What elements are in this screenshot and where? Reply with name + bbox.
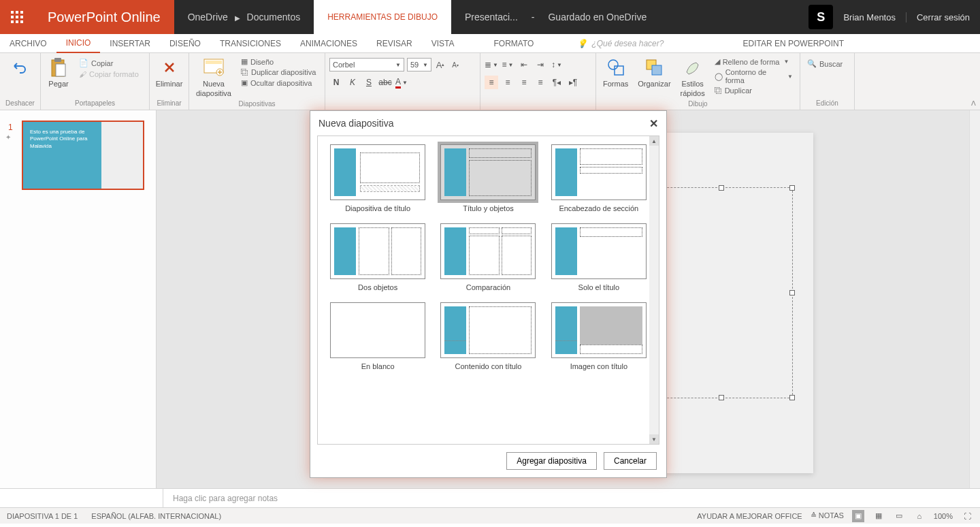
resize-handle[interactable] <box>789 395 795 400</box>
collapse-ribbon-button[interactable]: ᐱ <box>971 99 976 107</box>
undo-label: Deshacer <box>4 98 36 108</box>
grow-font-button[interactable]: A▴ <box>434 59 446 71</box>
skype-icon[interactable]: S <box>808 5 833 29</box>
tab-formato[interactable]: FORMATO <box>484 34 543 53</box>
tab-inicio[interactable]: INICIO <box>56 34 101 53</box>
edit-in-powerpoint-link[interactable]: EDITAR EN POWERPOINT <box>743 39 844 48</box>
statusbar: DIAPOSITIVA 1 DE 1 ESPAÑOL (ALFAB. INTER… <box>0 507 980 524</box>
shapes-button[interactable]: Formas <box>600 55 631 99</box>
layout-blank[interactable]: En blanco <box>326 302 429 370</box>
tell-me-search[interactable]: 💡 ¿Qué desea hacer? <box>577 39 664 48</box>
layout-title-only[interactable]: Solo el título <box>547 223 651 291</box>
tab-vista[interactable]: VISTA <box>422 34 464 53</box>
resize-handle[interactable] <box>719 185 724 191</box>
font-color-button[interactable]: A▼ <box>395 76 408 89</box>
layout-comparison[interactable]: Comparación <box>436 223 540 291</box>
justify-button[interactable]: ≡ <box>534 76 547 89</box>
delete-button[interactable]: Eliminar <box>154 55 184 89</box>
align-left-button[interactable]: ≡ <box>485 76 498 89</box>
ltr-button[interactable]: ▸¶ <box>566 76 580 89</box>
strikethrough-button[interactable]: abc <box>378 76 392 89</box>
copy-button[interactable]: 📄Copiar <box>76 58 142 68</box>
layout-title-content[interactable]: Título y objetos <box>436 144 540 212</box>
undo-button[interactable] <box>4 55 36 80</box>
align-right-button[interactable]: ≡ <box>517 76 531 89</box>
hide-slide-button[interactable]: ▣Ocultar diapositiva <box>238 78 318 88</box>
quick-styles-button[interactable]: Estilosrápidos <box>678 55 708 99</box>
normal-view-button[interactable]: ▣ <box>852 510 864 522</box>
font-size-select[interactable]: 59▼ <box>407 58 431 71</box>
signout-link[interactable]: Cerrar sesión <box>906 12 970 22</box>
duplicate-button[interactable]: ⿻Duplicar <box>712 86 796 95</box>
new-slide-button[interactable]: Nueva diapositiva <box>193 55 234 99</box>
slide-thumbnails-panel[interactable]: 1 ✦ Esto es una prueba de PowerPoint Onl… <box>0 110 157 488</box>
fit-to-window-button[interactable]: ⛶ <box>961 510 973 522</box>
decrease-indent-button[interactable]: ⇤ <box>517 58 531 71</box>
close-button[interactable]: ✕ <box>649 117 658 130</box>
shape-outline-button[interactable]: ◯Contorno de forma▼ <box>712 67 796 85</box>
scroll-up-icon[interactable]: ▲ <box>649 136 659 146</box>
align-center-button[interactable]: ≡ <box>501 76 514 89</box>
rtl-button[interactable]: ¶◂ <box>550 76 564 89</box>
resize-handle[interactable] <box>789 290 795 296</box>
layout-content-caption[interactable]: Contenido con título <box>436 302 540 370</box>
increase-indent-button[interactable]: ⇥ <box>534 58 547 71</box>
tab-transiciones[interactable]: TRANSICIONES <box>210 34 291 53</box>
bullets-button[interactable]: ≣▼ <box>485 58 498 71</box>
user-name[interactable]: Brian Mentos <box>843 12 896 22</box>
layout-title-slide[interactable]: Diapositiva de título <box>326 144 429 212</box>
add-slide-button[interactable]: Agregar diapositiva <box>506 452 597 470</box>
duplicate-slide-button[interactable]: ⿻Duplicar diapositiva <box>238 67 318 77</box>
zoom-level[interactable]: 100% <box>934 512 953 520</box>
language-status[interactable]: ESPAÑOL (ALFAB. INTERNACIONAL) <box>91 512 221 520</box>
tab-insertar[interactable]: INSERTAR <box>100 34 160 53</box>
resize-handle[interactable] <box>719 395 724 400</box>
font-name-select[interactable]: Corbel▼ <box>329 58 404 71</box>
vertical-scrollbar[interactable] <box>969 110 980 488</box>
italic-button[interactable]: K <box>346 76 359 89</box>
tab-animaciones[interactable]: ANIMACIONES <box>291 34 367 53</box>
tab-diseno[interactable]: DISEÑO <box>160 34 210 53</box>
app-launcher-button[interactable] <box>0 0 34 34</box>
layout-section-header[interactable]: Encabezado de sección <box>547 144 651 212</box>
format-painter-button[interactable]: 🖌Copiar formato <box>76 69 142 79</box>
svg-rect-8 <box>20 20 23 23</box>
layout-picture-caption[interactable]: Imagen con título <box>547 302 651 370</box>
tab-archivo[interactable]: ARCHIVO <box>0 34 56 53</box>
slideshow-view-button[interactable]: ⌂ <box>913 510 926 522</box>
breadcrumb-root[interactable]: OneDrive <box>188 12 228 22</box>
layout-gallery: Diapositiva de título Título y objetos E… <box>317 135 659 445</box>
notes-placeholder[interactable]: Haga clic para agregar notas <box>163 494 278 503</box>
reading-view-button[interactable]: ▭ <box>893 510 905 522</box>
resize-handle[interactable] <box>789 185 795 191</box>
selection-box[interactable] <box>650 187 793 398</box>
find-button[interactable]: 🔍Buscar <box>804 55 850 69</box>
svg-rect-18 <box>652 65 662 75</box>
paste-button[interactable]: Pegar <box>45 55 72 98</box>
tab-revisar[interactable]: REVISAR <box>367 34 422 53</box>
arrange-button[interactable]: Organizar <box>635 55 673 99</box>
layout-two-content[interactable]: Dos objetos <box>326 223 429 291</box>
notes-toggle[interactable]: ≙ NOTAS <box>811 511 844 520</box>
paste-icon <box>48 57 69 78</box>
sorter-view-button[interactable]: ▦ <box>872 510 885 522</box>
dialog-title: Nueva diapositiva <box>318 118 394 129</box>
text-direction-button[interactable]: ↕▼ <box>550 58 564 71</box>
slide-thumbnail-1[interactable]: Esto es una prueba de PowerPoint Online … <box>22 121 144 190</box>
numbering-button[interactable]: ≡▼ <box>501 58 514 71</box>
breadcrumb-folder[interactable]: Documentos <box>247 12 301 22</box>
duplicate-icon: ⿻ <box>715 86 722 95</box>
underline-button[interactable]: S <box>362 76 376 89</box>
shrink-font-button[interactable]: A▾ <box>449 59 461 71</box>
document-title[interactable]: Presentaci... <box>465 12 518 22</box>
breadcrumb[interactable]: OneDrive ▶ Documentos <box>174 12 314 22</box>
cancel-button[interactable]: Cancelar <box>604 452 657 470</box>
layout-button[interactable]: ▦Diseño <box>238 57 318 67</box>
improve-office-link[interactable]: AYUDAR A MEJORAR OFFICE <box>697 512 802 520</box>
duplicate-icon: ⿻ <box>241 68 248 76</box>
svg-rect-10 <box>54 58 61 62</box>
shape-fill-button[interactable]: ◢Relleno de forma▼ <box>712 57 796 67</box>
dialog-scrollbar[interactable]: ▲▼ <box>649 136 659 444</box>
scroll-down-icon[interactable]: ▼ <box>649 434 659 444</box>
bold-button[interactable]: N <box>329 76 343 89</box>
